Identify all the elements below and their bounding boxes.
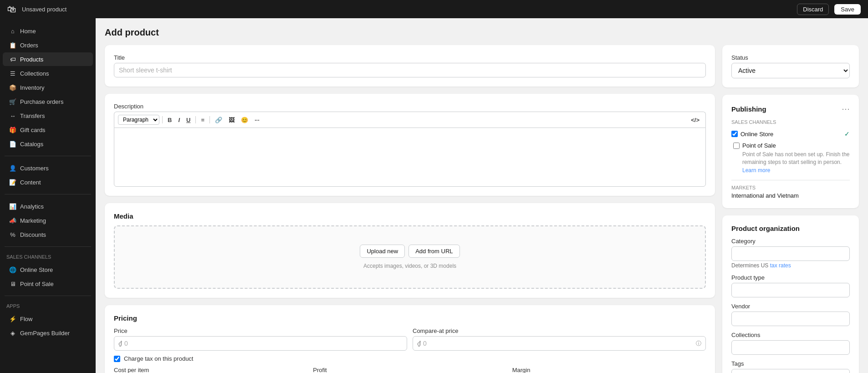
sidebar-item-catalogs[interactable]: 📄 Catalogs xyxy=(3,137,93,151)
sidebar-item-discounts[interactable]: % Discounts xyxy=(3,228,93,241)
sidebar-item-inventory[interactable]: 📦 Inventory xyxy=(3,81,93,94)
sidebar-apps-section: ⚡ Flow ◈ GemPages Builder xyxy=(0,310,96,342)
charge-tax-row: Charge tax on this product xyxy=(114,355,706,362)
tags-input[interactable] xyxy=(731,369,850,373)
pricing-title: Pricing xyxy=(114,314,706,322)
upload-new-button[interactable]: Upload new xyxy=(360,245,405,258)
paragraph-select[interactable]: Paragraph xyxy=(118,115,159,125)
save-button[interactable]: Save xyxy=(834,4,861,15)
content-left: Title Description Paragraph B I U ≡ xyxy=(105,45,715,373)
rte-body[interactable] xyxy=(114,128,706,187)
image-button[interactable]: 🖼 xyxy=(226,115,237,125)
media-title: Media xyxy=(114,212,706,220)
rte-sep-3 xyxy=(209,116,210,123)
online-store-checkbox[interactable] xyxy=(731,131,738,137)
main-content: Add product Title Description Paragraph … xyxy=(96,18,868,373)
apps-section-label: Apps xyxy=(0,299,96,310)
charge-tax-checkbox[interactable] xyxy=(114,356,120,362)
sidebar-item-label: Online Store xyxy=(20,266,53,273)
sidebar-item-home[interactable]: ⌂ Home xyxy=(3,24,93,38)
margin-label: Margin xyxy=(512,367,706,373)
sidebar-analytics-section: 📊 Analytics 📣 Marketing % Discounts xyxy=(0,197,96,244)
sidebar-item-purchase-orders[interactable]: 🛒 Purchase orders xyxy=(3,95,93,108)
pos-channel-row: Point of Sale xyxy=(733,142,850,149)
status-label: Status xyxy=(731,54,850,61)
catalogs-icon: 📄 xyxy=(9,140,16,148)
align-button[interactable]: ≡ xyxy=(199,115,207,125)
link-button[interactable]: 🔗 xyxy=(213,115,225,125)
add-from-url-button[interactable]: Add from URL xyxy=(408,245,460,258)
bold-button[interactable]: B xyxy=(165,115,174,125)
rte-sep-1 xyxy=(162,116,163,123)
sidebar-divider-3 xyxy=(5,246,91,247)
media-upload-hint: Accepts images, videos, or 3D models xyxy=(363,263,456,269)
vendor-input[interactable] xyxy=(731,312,850,326)
price-field: Price ₫ xyxy=(114,327,407,351)
sidebar-item-label: Products xyxy=(20,56,43,63)
tags-label: Tags xyxy=(731,360,850,367)
category-input[interactable] xyxy=(731,246,850,261)
content-layout: Title Description Paragraph B I U ≡ xyxy=(105,45,859,373)
sidebar-item-products[interactable]: 🏷 Products xyxy=(3,52,93,66)
sidebar-item-analytics[interactable]: 📊 Analytics xyxy=(3,199,93,213)
rte-sep-2 xyxy=(195,116,196,123)
sidebar-item-online-store[interactable]: 🌐 Online Store xyxy=(3,263,93,276)
sidebar-item-transfers[interactable]: ↔ Transfers xyxy=(3,109,93,123)
product-type-input[interactable] xyxy=(731,283,850,297)
title-input[interactable] xyxy=(114,63,706,77)
pos-checkbox[interactable] xyxy=(733,143,740,149)
title-card: Title xyxy=(105,45,715,87)
pricing-row-1: Price ₫ Compare-at price ₫ ⓘ xyxy=(114,327,706,351)
collections-input[interactable] xyxy=(731,340,850,355)
sales-channels-section-label: Sales channels xyxy=(0,250,96,261)
compare-info-icon[interactable]: ⓘ xyxy=(696,340,701,347)
description-label: Description xyxy=(114,103,706,110)
italic-button[interactable]: I xyxy=(176,115,182,125)
tags-field: Tags xyxy=(731,360,850,373)
pricing-row-2: Cost per item ₫ ⓘ Profit M xyxy=(114,367,706,373)
product-type-field: Product type xyxy=(731,274,850,297)
sidebar-item-content[interactable]: 📝 Content xyxy=(3,175,93,189)
publishing-more-button[interactable]: ⋯ xyxy=(842,104,850,114)
compare-price-input[interactable] xyxy=(413,336,706,351)
sidebar-item-point-of-sale[interactable]: 🖥 Point of Sale xyxy=(3,277,93,291)
sidebar-item-gift-cards[interactable]: 🎁 Gift cards xyxy=(3,123,93,137)
status-card: Status ActiveDraft xyxy=(722,45,859,87)
profit-field: Profit xyxy=(313,367,506,373)
sidebar-item-label: Customers xyxy=(20,165,49,172)
home-icon: ⌂ xyxy=(9,27,16,35)
sidebar-item-customers[interactable]: 👤 Customers xyxy=(3,161,93,175)
sidebar-item-gempages[interactable]: ◈ GemPages Builder xyxy=(3,326,93,340)
source-button[interactable]: </> xyxy=(689,115,702,125)
sidebar-main-section: ⌂ Home 📋 Orders 🏷 Products ☰ Collections… xyxy=(0,22,96,153)
topbar-title: Unsaved product xyxy=(22,6,791,13)
app-layout: ⌂ Home 📋 Orders 🏷 Products ☰ Collections… xyxy=(0,18,868,373)
media-card: Media Upload new Add from URL Accepts im… xyxy=(105,203,715,298)
sidebar: ⌂ Home 📋 Orders 🏷 Products ☰ Collections… xyxy=(0,18,96,373)
customers-icon: 👤 xyxy=(9,164,16,172)
sidebar-item-marketing[interactable]: 📣 Marketing xyxy=(3,214,93,227)
title-label: Title xyxy=(114,54,706,61)
pos-channel: Point of Sale Point of Sale has not been… xyxy=(731,140,850,175)
tax-rates-link[interactable]: tax rates xyxy=(770,262,791,269)
pricing-card: Pricing Price ₫ Compare-at price xyxy=(105,305,715,373)
flow-icon: ⚡ xyxy=(9,315,16,322)
topbar: 🛍 Unsaved product Discard Save xyxy=(0,0,868,18)
compare-price-input-wrap: ₫ ⓘ xyxy=(413,336,706,351)
more-button[interactable]: ··· xyxy=(252,115,262,125)
learn-more-link[interactable]: Learn more xyxy=(733,167,850,174)
sidebar-item-label: Gift cards xyxy=(20,127,46,133)
sidebar-item-label: Flow xyxy=(20,316,32,322)
sidebar-item-flow[interactable]: ⚡ Flow xyxy=(3,312,93,326)
emoji-button[interactable]: 😊 xyxy=(239,115,250,125)
compare-price-label: Compare-at price xyxy=(413,327,706,334)
discard-button[interactable]: Discard xyxy=(797,4,829,15)
status-select[interactable]: ActiveDraft xyxy=(731,63,850,78)
price-input[interactable] xyxy=(114,336,407,351)
underline-button[interactable]: U xyxy=(184,115,193,125)
vendor-label: Vendor xyxy=(731,303,850,310)
sidebar-item-orders[interactable]: 📋 Orders xyxy=(3,38,93,52)
content-right: Status ActiveDraft Publishing ⋯ Sales ch… xyxy=(722,45,859,373)
sidebar-item-collections[interactable]: ☰ Collections xyxy=(3,66,93,80)
publishing-divider xyxy=(731,180,850,180)
